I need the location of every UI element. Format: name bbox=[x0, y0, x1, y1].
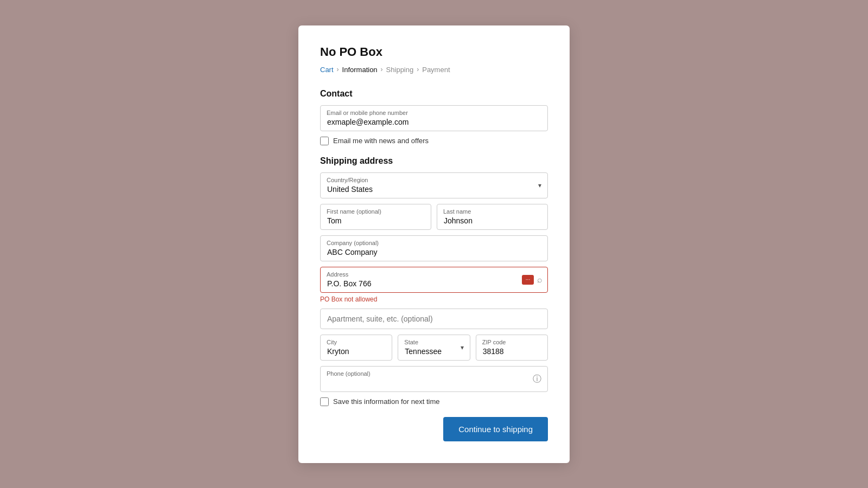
breadcrumb-information: Information bbox=[342, 66, 378, 74]
contact-section-title: Contact bbox=[320, 89, 548, 99]
city-state-zip-row: City State Tennessee ▾ ZIP code bbox=[320, 335, 548, 361]
breadcrumb-sep-2: › bbox=[381, 66, 383, 73]
email-field-wrapper: Email or mobile phone number bbox=[320, 105, 548, 131]
last-name-field-wrapper: Last name bbox=[437, 204, 548, 230]
city-field-wrapper: City bbox=[320, 335, 392, 361]
company-input[interactable] bbox=[320, 235, 548, 261]
zip-input[interactable] bbox=[476, 335, 548, 361]
address-error-message: PO Box not allowed bbox=[320, 296, 548, 303]
newsletter-label: Email me with news and offers bbox=[333, 137, 429, 145]
breadcrumb: Cart › Information › Shipping › Payment bbox=[320, 66, 548, 74]
address-dots-icon[interactable]: ··· bbox=[522, 275, 534, 285]
address-icons: ··· ⌕ bbox=[522, 275, 542, 285]
email-input[interactable] bbox=[320, 105, 548, 131]
address-field-wrapper: Address ··· ⌕ bbox=[320, 267, 548, 293]
address-search-icon[interactable]: ⌕ bbox=[537, 275, 542, 285]
first-name-input[interactable] bbox=[320, 204, 431, 230]
country-select[interactable]: United States bbox=[320, 172, 548, 198]
newsletter-checkbox[interactable] bbox=[320, 137, 329, 145]
breadcrumb-shipping: Shipping bbox=[386, 66, 414, 74]
phone-field-wrapper: Phone (optional) ⓘ bbox=[320, 366, 548, 392]
first-name-field-wrapper: First name (optional) bbox=[320, 204, 431, 230]
shipping-section: Shipping address Country/Region United S… bbox=[320, 156, 548, 406]
apt-input[interactable] bbox=[320, 309, 548, 329]
breadcrumb-payment: Payment bbox=[422, 66, 450, 74]
newsletter-row: Email me with news and offers bbox=[320, 137, 548, 145]
last-name-input[interactable] bbox=[437, 204, 548, 230]
phone-input[interactable] bbox=[320, 366, 548, 392]
name-row: First name (optional) Last name bbox=[320, 204, 548, 230]
phone-info-icon[interactable]: ⓘ bbox=[533, 373, 541, 384]
breadcrumb-sep-1: › bbox=[337, 66, 339, 73]
state-field-wrapper: State Tennessee ▾ bbox=[398, 335, 470, 361]
save-info-row: Save this information for next time bbox=[320, 397, 548, 406]
checkout-modal: No PO Box Cart › Information › Shipping … bbox=[298, 25, 570, 463]
save-info-checkbox[interactable] bbox=[320, 397, 329, 406]
zip-field-wrapper: ZIP code bbox=[476, 335, 548, 361]
continue-to-shipping-button[interactable]: Continue to shipping bbox=[443, 417, 548, 441]
form-footer: Continue to shipping bbox=[320, 417, 548, 441]
state-select[interactable]: Tennessee bbox=[398, 335, 470, 361]
breadcrumb-cart[interactable]: Cart bbox=[320, 66, 334, 74]
save-info-label: Save this information for next time bbox=[333, 397, 440, 406]
page-title: No PO Box bbox=[320, 45, 548, 59]
country-field-wrapper: Country/Region United States ▾ bbox=[320, 172, 548, 198]
apt-field-wrapper bbox=[320, 309, 548, 329]
city-input[interactable] bbox=[320, 335, 392, 361]
address-input[interactable] bbox=[320, 267, 548, 293]
company-field-wrapper: Company (optional) bbox=[320, 235, 548, 261]
address-field-group: Address ··· ⌕ PO Box not allowed bbox=[320, 267, 548, 303]
breadcrumb-sep-3: › bbox=[417, 66, 419, 73]
shipping-section-title: Shipping address bbox=[320, 156, 548, 166]
